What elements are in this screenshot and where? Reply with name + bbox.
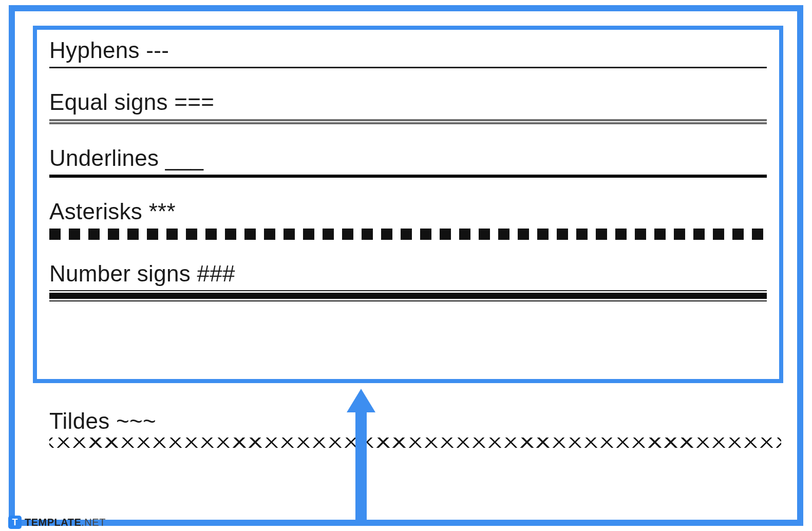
entry-hyphens: Hyphens --- (49, 38, 767, 68)
annotation-arrow (346, 389, 376, 522)
rule-asterisks (49, 229, 767, 240)
entry-asterisks: Asterisks *** (49, 199, 767, 239)
rule-equals (49, 119, 767, 124)
rule-hyphens (49, 67, 767, 68)
label-hyphens: Hyphens --- (49, 38, 767, 63)
template-logo-icon: T (8, 516, 22, 529)
logo-letter: T (12, 517, 18, 528)
watermark-text-bold: TEMPLATE (25, 517, 81, 528)
watermark: T TEMPLATE.NET (8, 516, 106, 529)
watermark-text-thin: .NET (81, 517, 106, 528)
arrow-up-icon (347, 389, 375, 412)
entry-underlines: Underlines ___ (49, 146, 767, 178)
entry-equals: Equal signs === (49, 90, 767, 124)
rule-tildes (49, 438, 781, 448)
rule-number-signs (49, 290, 767, 301)
label-number-signs: Number signs ### (49, 261, 767, 286)
watermark-text: TEMPLATE.NET (25, 517, 106, 528)
label-equals: Equal signs === (49, 90, 767, 115)
label-asterisks: Asterisks *** (49, 199, 767, 224)
rule-underlines (49, 175, 767, 178)
inner-highlight-frame: Hyphens --- Equal signs === Underlines _… (33, 26, 783, 383)
label-underlines: Underlines ___ (49, 146, 767, 170)
entry-tildes: Tildes ~~~ (49, 409, 781, 448)
label-tildes: Tildes ~~~ (49, 409, 781, 433)
arrow-stem (355, 411, 367, 521)
outer-border-frame: Hyphens --- Equal signs === Underlines _… (9, 5, 803, 526)
entry-number-signs: Number signs ### (49, 261, 767, 301)
